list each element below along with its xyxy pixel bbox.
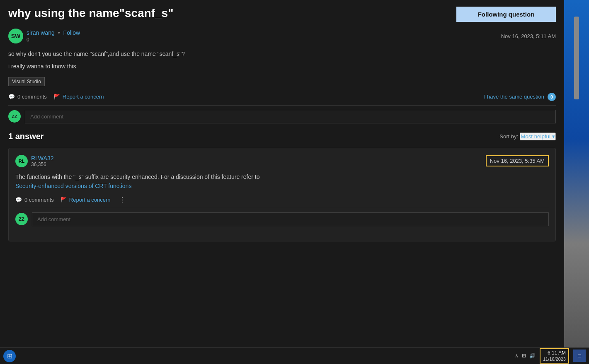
same-question-button[interactable]: I have the same question 0 bbox=[484, 93, 556, 101]
sort-by-label: Sort by: bbox=[499, 133, 518, 140]
answer-author-info: RLWA32 36,356 bbox=[31, 155, 53, 167]
tag-visual-studio[interactable]: Visual Studio bbox=[8, 77, 45, 86]
notification-button[interactable]: □ bbox=[573, 350, 586, 362]
crt-functions-link[interactable]: Security-enhanced versions of CRT functi… bbox=[15, 183, 131, 189]
answer-card-0: RL RLWA32 36,356 Nov 16, 2023, 5:35 AM T… bbox=[8, 148, 556, 241]
answer-report-button[interactable]: 🚩 Report a concern bbox=[61, 197, 111, 203]
taskbar-left: ⊞ bbox=[3, 350, 16, 362]
answer-add-comment-input[interactable] bbox=[32, 212, 549, 226]
answer-author-avatar: RL bbox=[15, 155, 28, 167]
same-question-count: 0 bbox=[548, 93, 556, 101]
answer-actions-row: 💬 0 comments 🚩 Report a concern ⋮ bbox=[15, 196, 549, 204]
answer-comments-button[interactable]: 💬 0 comments bbox=[15, 197, 54, 203]
answer-current-user-avatar: ZZ bbox=[15, 213, 28, 225]
clock-date: 11/16/2023 bbox=[543, 356, 566, 362]
author-score: 0 bbox=[27, 37, 80, 43]
comments-count: 0 comments bbox=[17, 94, 47, 100]
start-button[interactable]: ⊞ bbox=[3, 350, 16, 362]
scrollbar-thumb[interactable] bbox=[574, 17, 579, 99]
author-avatar: SW bbox=[8, 29, 23, 43]
comment-input-row: ZZ bbox=[8, 110, 556, 123]
author-info: siran wang • Follow 0 bbox=[27, 29, 80, 43]
page-title: why using the name"scanf_s" bbox=[8, 7, 456, 20]
notification-icon: □ bbox=[578, 353, 581, 359]
chevron-up-icon[interactable]: ∧ bbox=[515, 353, 519, 359]
divider-1 bbox=[8, 105, 556, 106]
answer-username[interactable]: RLWA32 bbox=[31, 155, 53, 162]
more-options-button[interactable]: ⋮ bbox=[117, 196, 127, 204]
question-actions-row: 💬 0 comments 🚩 Report a concern I have t… bbox=[8, 93, 556, 101]
system-tray-icons: ∧ ⊞ 🔊 bbox=[515, 353, 536, 359]
sort-option-label: Most helpful bbox=[521, 133, 550, 140]
current-user-avatar: ZZ bbox=[8, 110, 21, 123]
network-icon[interactable]: ⊞ bbox=[522, 353, 526, 359]
right-sidebar bbox=[564, 0, 589, 347]
answer-body: The functions with the "_s" suffix are s… bbox=[15, 172, 549, 191]
answer-comment-input-row: ZZ bbox=[15, 212, 549, 226]
answer-timestamp: Nov 16, 2023, 5:35 AM bbox=[490, 158, 545, 164]
sort-option-button[interactable]: Most helpful ▾ bbox=[520, 133, 556, 140]
clock-widget[interactable]: 6:11 AM 11/16/2023 bbox=[540, 348, 569, 364]
question-body-line1: so why don't you use the name "scanf",an… bbox=[8, 49, 556, 58]
answer-actions-left: 💬 0 comments 🚩 Report a concern ⋮ bbox=[15, 196, 127, 204]
answer-divider bbox=[15, 208, 549, 208]
author-name[interactable]: siran wang bbox=[27, 29, 55, 36]
author-row: SW siran wang • Follow 0 Nov 16, 2023, 5… bbox=[8, 29, 556, 43]
author-left: SW siran wang • Follow 0 bbox=[8, 29, 80, 43]
windows-icon: ⊞ bbox=[7, 352, 12, 360]
sort-by-row: Sort by: Most helpful ▾ bbox=[499, 133, 556, 140]
answers-header: 1 answer Sort by: Most helpful ▾ bbox=[8, 132, 556, 141]
report-concern-button[interactable]: 🚩 Report a concern bbox=[53, 94, 104, 100]
answer-body-text: The functions with the "_s" suffix are s… bbox=[15, 174, 259, 180]
chevron-down-icon: ▾ bbox=[552, 133, 555, 140]
same-question-label: I have the same question bbox=[484, 94, 544, 100]
actions-left: 💬 0 comments 🚩 Report a concern bbox=[8, 94, 104, 100]
following-question-button[interactable]: Following question bbox=[456, 7, 556, 22]
question-body-line2: i really wanna to know this bbox=[8, 62, 556, 71]
volume-icon[interactable]: 🔊 bbox=[529, 353, 536, 359]
clock-time: 6:11 AM bbox=[543, 350, 566, 357]
question-header: why using the name"scanf_s" Following qu… bbox=[8, 7, 556, 22]
answer-comment-icon: 💬 bbox=[15, 197, 22, 203]
answer-report-label: Report a concern bbox=[69, 197, 111, 203]
answer-header: RL RLWA32 36,356 Nov 16, 2023, 5:35 AM bbox=[15, 155, 549, 167]
answer-comments-count: 0 comments bbox=[24, 197, 54, 203]
question-timestamp: Nov 16, 2023, 5:11 AM bbox=[501, 33, 556, 39]
answer-timestamp-highlighted: Nov 16, 2023, 5:35 AM bbox=[486, 155, 549, 166]
add-comment-input[interactable] bbox=[25, 110, 556, 123]
taskbar: ⊞ ∧ ⊞ 🔊 6:11 AM 11/16/2023 □ bbox=[0, 347, 589, 364]
follow-link[interactable]: Follow bbox=[63, 29, 80, 36]
answers-title: 1 answer bbox=[8, 132, 44, 141]
comment-icon: 💬 bbox=[8, 94, 15, 100]
answer-author: RL RLWA32 36,356 bbox=[15, 155, 53, 167]
question-panel: why using the name"scanf_s" Following qu… bbox=[0, 0, 564, 347]
taskbar-right: ∧ ⊞ 🔊 6:11 AM 11/16/2023 □ bbox=[515, 348, 586, 364]
answer-score: 36,356 bbox=[31, 162, 53, 167]
flag-icon: 🚩 bbox=[53, 94, 60, 100]
answer-flag-icon: 🚩 bbox=[61, 197, 67, 202]
report-label: Report a concern bbox=[63, 94, 104, 100]
comments-button[interactable]: 💬 0 comments bbox=[8, 94, 47, 100]
question-body: so why don't you use the name "scanf",an… bbox=[8, 49, 556, 71]
